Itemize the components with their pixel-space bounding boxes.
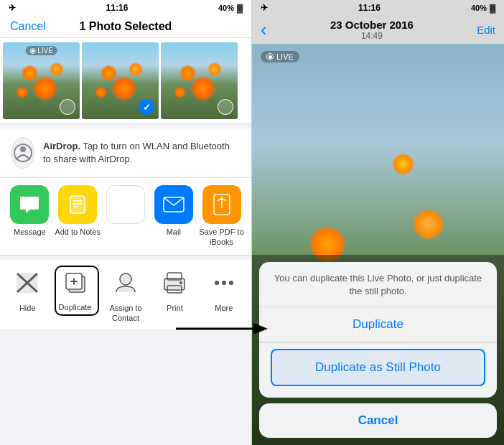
duplicate-button[interactable]: Duplicate bbox=[259, 307, 497, 342]
modal-cancel-button[interactable]: Cancel bbox=[259, 403, 497, 438]
share-add-notes[interactable]: Add to Notes bbox=[54, 185, 102, 248]
live-badge-1: LIVE bbox=[25, 46, 57, 55]
left-status-bar: ✈ 11:16 40% ▓ bbox=[0, 0, 251, 16]
svg-point-1 bbox=[20, 146, 26, 152]
duplicate-description: You can duplicate this Live Photo, or ju… bbox=[259, 262, 497, 307]
message-icon-box bbox=[10, 185, 49, 224]
airdrop-description: AirDrop. Tap to turn on WLAN and Bluetoo… bbox=[43, 140, 240, 166]
share-save-pdf[interactable]: Save PDF to iBooks bbox=[197, 185, 246, 248]
save-pdf-icon-box bbox=[202, 185, 241, 224]
select-circle-3[interactable] bbox=[218, 99, 233, 115]
duplicate-options-card: You can duplicate this Live Photo, or ju… bbox=[259, 262, 497, 398]
cancel-button[interactable]: Cancel bbox=[10, 20, 46, 33]
left-time: 11:16 bbox=[106, 3, 129, 13]
more-icon bbox=[205, 266, 243, 300]
action-duplicate[interactable]: Duplicate bbox=[52, 266, 101, 324]
duplicate-icon bbox=[59, 268, 95, 300]
empty-icon-box bbox=[106, 185, 145, 224]
right-battery-text: 40% bbox=[471, 4, 487, 12]
svg-point-16 bbox=[120, 273, 131, 285]
airdrop-row[interactable]: AirDrop. Tap to turn on WLAN and Bluetoo… bbox=[0, 128, 251, 178]
share-empty bbox=[102, 185, 150, 248]
share-message[interactable]: Message bbox=[6, 185, 54, 248]
live-dot-icon bbox=[29, 48, 35, 54]
right-battery-icon: ▓ bbox=[490, 4, 495, 12]
share-actions-row: Message Add to Notes bbox=[0, 178, 251, 256]
nav-info: 23 October 2016 14:49 bbox=[330, 19, 414, 41]
print-icon bbox=[155, 266, 194, 300]
hide-icon bbox=[8, 266, 47, 300]
save-pdf-label: Save PDF to iBooks bbox=[197, 227, 246, 248]
select-circle-2[interactable] bbox=[139, 99, 154, 115]
duplicate-still-button[interactable]: Duplicate as Still Photo bbox=[271, 349, 485, 386]
photo-thumb-1[interactable]: LIVE bbox=[3, 42, 80, 119]
print-label: Print bbox=[167, 303, 183, 313]
add-notes-label: Add to Notes bbox=[55, 227, 101, 237]
nav-time: 14:49 bbox=[330, 31, 414, 41]
action-hide[interactable]: Hide bbox=[3, 266, 52, 324]
right-status-bar: ✈ 11:16 40% ▓ bbox=[252, 0, 504, 16]
arrow-indicator bbox=[176, 319, 269, 339]
svg-rect-2 bbox=[70, 196, 85, 213]
right-nav-bar: ‹ 23 October 2016 14:49 Edit bbox=[252, 16, 504, 44]
svg-point-23 bbox=[229, 281, 233, 285]
edit-button[interactable]: Edit bbox=[477, 24, 495, 36]
photos-row: LIVE bbox=[0, 38, 251, 124]
assign-icon bbox=[106, 266, 145, 300]
right-live-dot-icon bbox=[266, 53, 274, 60]
photo-thumb-3[interactable] bbox=[161, 42, 238, 119]
battery-icon: ▓ bbox=[237, 4, 243, 12]
photo-thumb-2[interactable] bbox=[82, 42, 159, 119]
action-assign[interactable]: Assign to Contact bbox=[101, 266, 150, 324]
message-label: Message bbox=[14, 227, 46, 237]
svg-point-22 bbox=[222, 281, 226, 285]
right-time: 11:16 bbox=[358, 3, 381, 13]
battery-text: 40% bbox=[218, 4, 234, 12]
back-button[interactable]: ‹ bbox=[261, 19, 267, 41]
hide-label: Hide bbox=[19, 303, 36, 313]
page-title: 1 Photo Selected bbox=[79, 20, 172, 33]
svg-point-21 bbox=[215, 281, 219, 285]
duplicate-modal: You can duplicate this Live Photo, or ju… bbox=[252, 255, 504, 445]
nav-date: 23 October 2016 bbox=[330, 19, 414, 31]
mail-icon-box bbox=[154, 185, 193, 224]
cancel-card: Cancel bbox=[259, 403, 497, 438]
assign-label: Assign to Contact bbox=[101, 303, 150, 324]
right-live-label: LIVE bbox=[276, 52, 294, 61]
action-print[interactable]: Print bbox=[150, 266, 199, 324]
share-mail[interactable]: Mail bbox=[149, 185, 197, 248]
svg-marker-25 bbox=[253, 323, 268, 334]
more-label: More bbox=[215, 303, 233, 313]
duplicate-highlight-box: Duplicate bbox=[55, 266, 99, 316]
right-live-badge: LIVE bbox=[261, 51, 299, 62]
airplane-icon: ✈ bbox=[9, 3, 16, 13]
action-more[interactable]: More bbox=[200, 266, 248, 324]
left-panel: ✈ 11:16 40% ▓ Cancel 1 Photo Selected LI… bbox=[0, 0, 252, 445]
left-nav-bar: Cancel 1 Photo Selected bbox=[0, 16, 251, 38]
mail-label: Mail bbox=[167, 227, 181, 237]
duplicate-label: Duplicate bbox=[59, 303, 92, 312]
add-notes-icon-box bbox=[58, 185, 97, 224]
select-circle-1[interactable] bbox=[60, 99, 75, 115]
svg-point-20 bbox=[179, 281, 182, 284]
right-airplane-icon: ✈ bbox=[261, 3, 268, 13]
right-panel: ✈ 11:16 40% ▓ ‹ 23 October 2016 14:49 Ed… bbox=[252, 0, 504, 445]
airdrop-icon bbox=[11, 137, 34, 169]
